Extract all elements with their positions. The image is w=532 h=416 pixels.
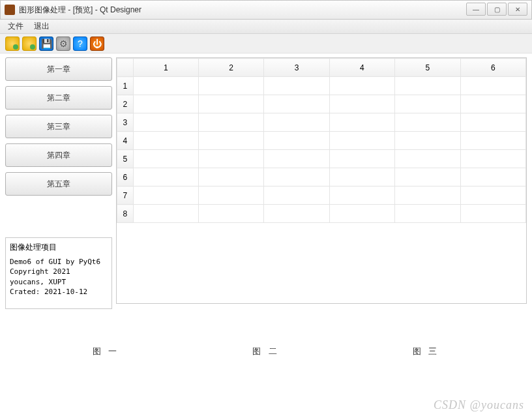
data-table[interactable]: 1 2 3 4 5 6 12345678: [117, 58, 526, 223]
menu-file[interactable]: 文件: [3, 20, 29, 33]
table-cell[interactable]: [264, 77, 329, 95]
menubar: 文件 退出: [0, 20, 532, 34]
row-header[interactable]: 3: [117, 113, 134, 132]
settings-icon[interactable]: ⚙: [56, 37, 70, 51]
table-cell[interactable]: [460, 186, 525, 205]
table-cell[interactable]: [460, 113, 525, 132]
table-cell[interactable]: [133, 150, 198, 168]
chapter-1-button[interactable]: 第一章: [5, 57, 112, 81]
table-cell[interactable]: [329, 113, 394, 132]
table-cell[interactable]: [133, 77, 198, 95]
table-cell[interactable]: [264, 95, 329, 113]
table-cell[interactable]: [329, 77, 394, 95]
figure-label-1: 图 一: [93, 346, 120, 357]
minimize-button[interactable]: —: [466, 3, 486, 16]
row-header[interactable]: 1: [117, 77, 134, 95]
window-title: 图形图像处理 - [预览] - Qt Designer: [19, 5, 141, 16]
info-line-2: Copyright 2021 youcans, XUPT: [10, 267, 108, 287]
table-cell[interactable]: [133, 113, 198, 132]
table-cell[interactable]: [395, 168, 460, 186]
sidebar: 第一章 第二章 第三章 第四章 第五章 图像处理项目 Demo6 of GUI …: [5, 57, 112, 309]
table-cell[interactable]: [264, 113, 329, 132]
table-cell[interactable]: [198, 77, 263, 95]
table-cell[interactable]: [264, 150, 329, 168]
chapter-5-button[interactable]: 第五章: [5, 172, 112, 196]
table-cell[interactable]: [133, 168, 198, 186]
add-folder-icon[interactable]: [22, 37, 37, 51]
titlebar: 图形图像处理 - [预览] - Qt Designer — ▢ ✕: [0, 0, 532, 20]
save-icon[interactable]: 💾: [39, 37, 53, 51]
table-corner: [117, 59, 134, 77]
open-folder-icon[interactable]: [5, 37, 20, 51]
table-cell[interactable]: [133, 95, 198, 113]
table-cell[interactable]: [198, 132, 263, 150]
table-cell[interactable]: [133, 186, 198, 205]
chapter-2-button[interactable]: 第二章: [5, 86, 112, 110]
table-cell[interactable]: [133, 132, 198, 150]
table-cell[interactable]: [460, 132, 525, 150]
close-button[interactable]: ✕: [508, 3, 527, 16]
maximize-button[interactable]: ▢: [487, 3, 507, 16]
window-controls: — ▢ ✕: [466, 3, 527, 16]
table-cell[interactable]: [395, 95, 460, 113]
col-header[interactable]: 6: [460, 59, 525, 77]
info-panel: 图像处理项目 Demo6 of GUI by PyQt6 Copyright 2…: [5, 237, 112, 309]
app-icon: [5, 5, 15, 15]
table-cell[interactable]: [460, 150, 525, 168]
row-header[interactable]: 7: [117, 186, 134, 205]
table-cell[interactable]: [133, 205, 198, 223]
table-cell[interactable]: [198, 95, 263, 113]
watermark: CSDN @youcans: [434, 398, 524, 412]
menu-exit[interactable]: 退出: [29, 20, 55, 33]
figure-label-3: 图 三: [413, 346, 440, 357]
col-header[interactable]: 4: [329, 59, 394, 77]
table-cell[interactable]: [329, 168, 394, 186]
help-icon[interactable]: ?: [73, 37, 87, 51]
table-cell[interactable]: [198, 168, 263, 186]
table-cell[interactable]: [395, 150, 460, 168]
table-cell[interactable]: [198, 186, 263, 205]
table-cell[interactable]: [329, 95, 394, 113]
table-cell[interactable]: [395, 77, 460, 95]
table-widget[interactable]: 1 2 3 4 5 6 12345678: [116, 57, 527, 304]
info-line-1: Demo6 of GUI by PyQt6: [10, 257, 108, 267]
table-cell[interactable]: [198, 113, 263, 132]
info-title: 图像处理项目: [10, 242, 108, 253]
table-cell[interactable]: [460, 77, 525, 95]
col-header[interactable]: 2: [198, 59, 263, 77]
table-cell[interactable]: [395, 132, 460, 150]
table-cell[interactable]: [198, 150, 263, 168]
row-header[interactable]: 4: [117, 132, 134, 150]
figure-label-2: 图 二: [252, 346, 280, 357]
table-cell[interactable]: [460, 168, 525, 186]
table-cell[interactable]: [395, 186, 460, 205]
table-cell[interactable]: [329, 150, 394, 168]
toolbar: 💾 ⚙ ? ⏻: [0, 34, 532, 53]
table-cell[interactable]: [264, 186, 329, 205]
table-cell[interactable]: [329, 132, 394, 150]
main-content: 第一章 第二章 第三章 第四章 第五章 图像处理项目 Demo6 of GUI …: [0, 53, 532, 309]
chapter-3-button[interactable]: 第三章: [5, 115, 112, 138]
table-cell[interactable]: [395, 113, 460, 132]
row-header[interactable]: 8: [117, 205, 134, 223]
row-header[interactable]: 2: [117, 95, 134, 113]
table-cell[interactable]: [460, 95, 525, 113]
table-cell[interactable]: [264, 132, 329, 150]
table-cell[interactable]: [329, 186, 394, 205]
row-header[interactable]: 6: [117, 168, 134, 186]
col-header[interactable]: 5: [395, 59, 460, 77]
table-cell[interactable]: [460, 205, 525, 223]
table-cell[interactable]: [329, 205, 394, 223]
col-header[interactable]: 3: [264, 59, 329, 77]
power-icon[interactable]: ⏻: [90, 37, 104, 51]
col-header[interactable]: 1: [133, 59, 198, 77]
table-cell[interactable]: [395, 205, 460, 223]
bottom-labels: 图 一 图 二 图 三: [0, 309, 532, 394]
row-header[interactable]: 5: [117, 150, 134, 168]
table-cell[interactable]: [264, 168, 329, 186]
info-line-3: Crated: 2021-10-12: [10, 287, 108, 297]
table-cell[interactable]: [264, 205, 329, 223]
chapter-4-button[interactable]: 第四章: [5, 143, 112, 167]
table-cell[interactable]: [198, 205, 263, 223]
